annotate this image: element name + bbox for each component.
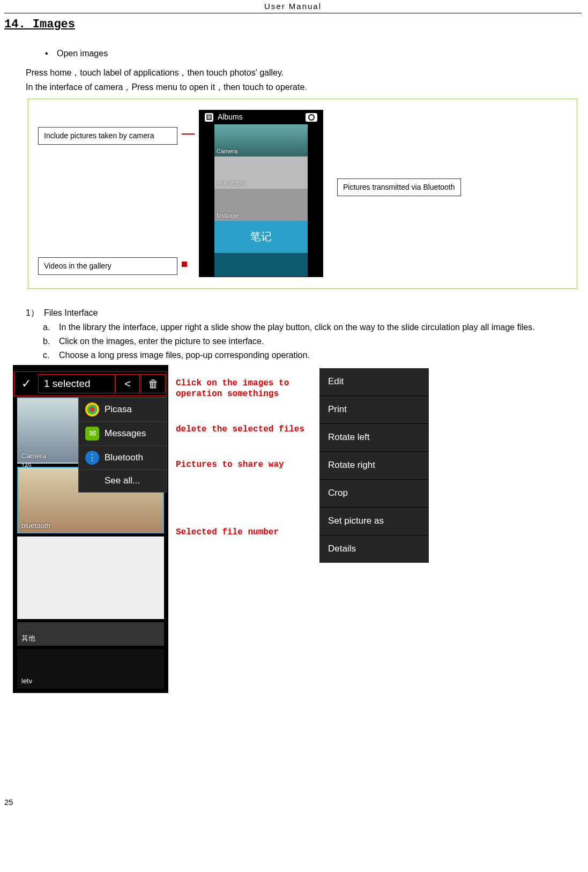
sub-a-text: In the library the interface, upper righ… bbox=[59, 322, 579, 333]
section-title: 14. Images bbox=[4, 17, 582, 33]
share-messages[interactable]: ✉Messages bbox=[79, 422, 167, 446]
menu-rotate-right[interactable]: Rotate right bbox=[319, 452, 429, 480]
list-number: 1） bbox=[26, 307, 44, 319]
album-firstpage-label: firstpage bbox=[217, 212, 239, 220]
callout-selected-number: Selected file number bbox=[176, 527, 312, 538]
connector-left bbox=[182, 110, 195, 267]
camera-icon bbox=[306, 113, 317, 122]
share-see-all[interactable]: See all... bbox=[79, 470, 167, 492]
thumb-other[interactable]: 其他 bbox=[17, 622, 164, 646]
album-camera: Camera bbox=[214, 124, 308, 156]
albums-title: Albums bbox=[218, 112, 301, 122]
list-title: Files Interface bbox=[44, 308, 98, 317]
share-bluetooth-label: Bluetooth bbox=[105, 452, 143, 464]
sub-c-text: Choose a long press image files, pop-up … bbox=[59, 349, 579, 361]
context-menu: Edit Print Rotate left Rotate right Crop… bbox=[319, 368, 429, 563]
callout-gallery-videos: Videos in the gallery bbox=[38, 257, 177, 275]
paragraph-1: Press home，touch label of applications，t… bbox=[26, 67, 579, 79]
paragraph-2: In the interface of camera，Press menu to… bbox=[26, 81, 579, 93]
sub-b-letter: b. bbox=[43, 336, 59, 347]
menu-rotate-left[interactable]: Rotate left bbox=[319, 424, 429, 452]
trash-icon[interactable]: 🗑 bbox=[141, 374, 166, 393]
picasa-icon bbox=[85, 403, 99, 416]
sub-c-letter: c. bbox=[43, 349, 59, 361]
share-messages-label: Messages bbox=[105, 428, 146, 440]
gallery-icon: 🖼 bbox=[205, 113, 213, 122]
menu-crop[interactable]: Crop bbox=[319, 480, 429, 508]
menu-edit[interactable]: Edit bbox=[319, 368, 429, 396]
share-icon[interactable]: < bbox=[115, 374, 140, 393]
list-files-interface: 1）Files Interface a.In the library the i… bbox=[26, 307, 579, 361]
doc-header: User Manual bbox=[4, 1, 582, 13]
header-rule bbox=[4, 13, 582, 13]
album-firstpage: firstpage bbox=[214, 189, 308, 221]
thumb-document[interactable] bbox=[17, 536, 164, 619]
callout-camera-pictures: Include pictures taken by camera bbox=[38, 127, 177, 145]
album-image: image bbox=[214, 253, 308, 277]
thumb-letv[interactable]: letv bbox=[17, 649, 164, 689]
selected-count[interactable]: 1 selected bbox=[38, 374, 115, 393]
album-camera-label: Camera bbox=[217, 147, 237, 155]
sub-b-text: Click on the images, enter the picture t… bbox=[59, 336, 579, 347]
figure2-callouts: Click on the images to operation somethi… bbox=[176, 365, 312, 538]
bluetooth-icon: ⋮ bbox=[85, 451, 99, 465]
thumb-other-label: 其他 bbox=[21, 633, 35, 643]
menu-print[interactable]: Print bbox=[319, 396, 429, 424]
album-note-label: 笔记 bbox=[250, 229, 272, 244]
callout-bluetooth-pictures: Pictures transmitted via Bluetooth bbox=[337, 178, 461, 196]
phone-albums-screenshot: 🖼 Albums Camera 伤寒使道传 firstpage 笔记 image bbox=[199, 110, 323, 277]
album-image-label: image bbox=[217, 276, 233, 277]
share-popup: Picasa ✉Messages ⋮Bluetooth See all... bbox=[78, 397, 167, 493]
thumb-bluetooth-label: bluetooth bbox=[21, 521, 50, 531]
phone-selection-screenshot: ✓ 1 selected < 🗑 Picasa ✉Messages ⋮Bluet… bbox=[13, 365, 168, 693]
album-download: 伤寒使道传 bbox=[214, 156, 308, 189]
album-download-label: 伤寒使道传 bbox=[217, 180, 246, 188]
share-bluetooth[interactable]: ⋮Bluetooth bbox=[79, 446, 167, 470]
page-number: 25 bbox=[4, 797, 13, 808]
figure-albums: Include pictures taken by camera Videos … bbox=[28, 99, 577, 289]
menu-set-picture-as[interactable]: Set picture as bbox=[319, 508, 429, 535]
bullet-label: Open images bbox=[57, 49, 108, 58]
sub-a-letter: a. bbox=[43, 322, 59, 333]
share-picasa-label: Picasa bbox=[105, 404, 132, 416]
thumb-camera-label: Camera bbox=[21, 451, 46, 461]
messages-icon: ✉ bbox=[85, 427, 99, 441]
bullet-open-images: •Open images bbox=[45, 48, 579, 59]
album-note: 笔记 bbox=[214, 221, 308, 253]
callout-click-images: Click on the images to operation somethi… bbox=[176, 378, 312, 399]
done-icon[interactable]: ✓ bbox=[14, 376, 38, 392]
callout-share-way: Pictures to share way bbox=[176, 459, 312, 470]
selection-bar: ✓ 1 selected < 🗑 bbox=[14, 371, 167, 396]
share-picasa[interactable]: Picasa bbox=[79, 398, 167, 422]
figure-selection: ✓ 1 selected < 🗑 Picasa ✉Messages ⋮Bluet… bbox=[13, 365, 582, 693]
share-see-all-label: See all... bbox=[105, 475, 140, 487]
thumb-letv-label: letv bbox=[21, 676, 32, 686]
callout-delete: delete the selected files bbox=[176, 424, 312, 435]
menu-details[interactable]: Details bbox=[319, 535, 429, 563]
